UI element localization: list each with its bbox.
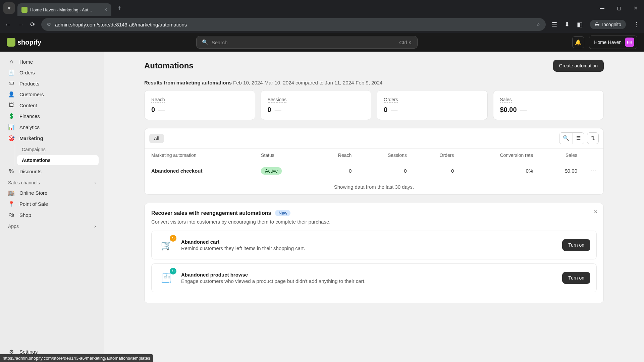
address-bar[interactable]: ⚙ admin.shopify.com/store/de8143-a6/mark… bbox=[41, 18, 546, 31]
table-actions: 🔍 ☰ ⇅ bbox=[559, 132, 599, 144]
sales-channels-header[interactable]: Sales channels › bbox=[3, 177, 101, 187]
incognito-badge[interactable]: 🕶 Incognito bbox=[590, 20, 626, 29]
app-header: shopify 🔍 Search Ctrl K 🔔 Home Haven HH bbox=[0, 33, 644, 52]
browser-toolbar: ← → ⟳ ⚙ admin.shopify.com/store/de8143-a… bbox=[0, 16, 644, 33]
reading-list-icon[interactable]: ☰ bbox=[552, 21, 557, 28]
site-settings-icon[interactable]: ⚙ bbox=[47, 21, 51, 27]
metric-sales[interactable]: Sales $0.00— bbox=[493, 90, 604, 120]
apps-header[interactable]: Apps › bbox=[3, 220, 101, 231]
metric-reach[interactable]: Reach 0— bbox=[144, 90, 255, 120]
promo-item-abandoned-browse: 🧾↻ Abandoned product browse Engage custo… bbox=[151, 263, 597, 292]
page-header: Automations Create automation bbox=[144, 60, 604, 72]
shopify-favicon bbox=[21, 7, 28, 13]
sidebar-item-content[interactable]: 🖼Content bbox=[3, 100, 101, 111]
sidebar-sub-campaigns[interactable]: Campaigns bbox=[17, 144, 99, 155]
tab-bar: ▾ Home Haven · Marketing · Aut... × + — … bbox=[0, 0, 644, 16]
promo-item-abandoned-cart: 🛒↻ Abandoned cart Remind customers they … bbox=[151, 231, 597, 259]
chevron-down-icon: ▾ bbox=[8, 5, 10, 11]
metrics-row: Reach 0— Sessions 0— Orders 0— Sales $0.… bbox=[144, 90, 604, 120]
sidebar-item-finances[interactable]: 💲Finances bbox=[3, 111, 101, 122]
sidebar-item-home[interactable]: ⌂Home bbox=[3, 56, 101, 67]
table-row[interactable]: Abandoned checkout Active 0 0 0 0% $0.00… bbox=[145, 162, 603, 179]
forward-button[interactable]: → bbox=[17, 21, 24, 28]
search-shortcut: Ctrl K bbox=[399, 40, 412, 45]
turn-on-button[interactable]: Turn on bbox=[562, 239, 590, 251]
browser-chrome: ▾ Home Haven · Marketing · Aut... × + — … bbox=[0, 0, 644, 33]
table-toolbar: All 🔍 ☰ ⇅ bbox=[145, 128, 603, 148]
sidebar: ⌂Home 🧾Orders 🏷Products 👤Customers 🖼Cont… bbox=[0, 52, 104, 362]
sidebar-item-products[interactable]: 🏷Products bbox=[3, 78, 101, 89]
search-icon: 🔍 bbox=[202, 39, 208, 45]
close-promo-icon[interactable]: × bbox=[594, 208, 597, 216]
sidebar-item-analytics[interactable]: 📊Analytics bbox=[3, 122, 101, 133]
sidebar-item-online-store[interactable]: 🏬Online Store bbox=[3, 187, 101, 198]
refresh-badge-icon: ↻ bbox=[170, 235, 176, 242]
col-sessions: Sessions bbox=[358, 148, 413, 162]
turn-on-button[interactable]: Turn on bbox=[562, 272, 590, 284]
page-title: Automations bbox=[144, 61, 194, 70]
store-switcher[interactable]: Home Haven HH bbox=[589, 36, 637, 49]
bell-icon: 🔔 bbox=[575, 39, 582, 46]
chevron-right-icon: › bbox=[94, 224, 96, 229]
url-text: admin.shopify.com/store/de8143-a6/market… bbox=[55, 22, 187, 27]
col-status: Status bbox=[254, 148, 312, 162]
content-icon: 🖼 bbox=[8, 102, 15, 108]
toolbar-icons: ☰ ⬇ ◧ 🕶 Incognito ⋮ bbox=[552, 20, 639, 29]
tab-search-button[interactable]: ▾ bbox=[3, 2, 15, 14]
pos-icon: 📍 bbox=[8, 201, 15, 207]
table-search-icon[interactable]: 🔍 bbox=[559, 133, 573, 144]
side-panel-icon[interactable]: ◧ bbox=[577, 21, 583, 28]
refresh-badge-icon: ↻ bbox=[170, 268, 176, 275]
main-content: Automations Create automation Results fr… bbox=[104, 52, 644, 362]
sidebar-item-orders[interactable]: 🧾Orders bbox=[3, 67, 101, 78]
close-window-button[interactable]: ✕ bbox=[627, 0, 644, 16]
header-right: 🔔 Home Haven HH bbox=[572, 36, 637, 49]
row-menu-icon[interactable]: ⋯ bbox=[591, 167, 597, 174]
orders-icon: 🧾 bbox=[8, 69, 15, 76]
shopify-logo-icon bbox=[7, 38, 15, 47]
col-name: Marketing automation bbox=[145, 148, 254, 162]
table-filter-icon[interactable]: ☰ bbox=[573, 133, 584, 144]
menu-icon[interactable]: ⋮ bbox=[633, 21, 639, 28]
close-tab-icon[interactable]: × bbox=[104, 7, 107, 13]
bookmark-icon[interactable]: ☆ bbox=[536, 21, 540, 27]
metric-sessions[interactable]: Sessions 0— bbox=[261, 90, 372, 120]
new-tab-button[interactable]: + bbox=[114, 4, 125, 12]
browser-tab[interactable]: Home Haven · Marketing · Aut... × bbox=[17, 3, 111, 16]
sidebar-item-customers[interactable]: 👤Customers bbox=[3, 89, 101, 100]
downloads-icon[interactable]: ⬇ bbox=[565, 21, 570, 28]
reload-button[interactable]: ⟳ bbox=[30, 21, 35, 28]
products-icon: 🏷 bbox=[8, 80, 15, 86]
results-summary: Results from marketing automations Feb 1… bbox=[144, 80, 604, 85]
global-search[interactable]: 🔍 Search Ctrl K bbox=[196, 36, 418, 49]
col-conversion: Conversion rate bbox=[461, 148, 540, 162]
tab-title: Home Haven · Marketing · Aut... bbox=[30, 7, 92, 12]
notifications-button[interactable]: 🔔 bbox=[572, 36, 584, 48]
shop-icon: 🛍 bbox=[8, 212, 15, 218]
promo-title: Recover sales with reengagement automati… bbox=[151, 210, 271, 216]
home-icon: ⌂ bbox=[8, 59, 15, 65]
minimize-button[interactable]: — bbox=[594, 0, 610, 16]
automations-table-card: All 🔍 ☰ ⇅ Marketing automation Status Re… bbox=[144, 128, 604, 195]
marketing-submenu: Campaigns Automations bbox=[15, 144, 101, 166]
sidebar-item-discounts[interactable]: %Discounts bbox=[3, 166, 101, 177]
sidebar-item-shop[interactable]: 🛍Shop bbox=[3, 209, 101, 220]
avatar: HH bbox=[625, 38, 634, 47]
window-controls: — ▢ ✕ bbox=[594, 0, 644, 16]
shopify-logo[interactable]: shopify bbox=[7, 38, 41, 47]
status-badge: Active bbox=[261, 167, 282, 175]
sidebar-item-marketing[interactable]: 🎯Marketing bbox=[3, 133, 101, 144]
col-orders: Orders bbox=[414, 148, 461, 162]
chevron-right-icon: › bbox=[94, 180, 96, 185]
sidebar-sub-automations[interactable]: Automations bbox=[17, 155, 99, 165]
table-sort-icon[interactable]: ⇅ bbox=[587, 132, 599, 144]
filter-all-tab[interactable]: All bbox=[149, 134, 164, 143]
create-automation-button[interactable]: Create automation bbox=[553, 60, 604, 72]
sidebar-item-pos[interactable]: 📍Point of Sale bbox=[3, 198, 101, 209]
metric-orders[interactable]: Orders 0— bbox=[377, 90, 488, 120]
col-sales: Sales bbox=[540, 148, 584, 162]
maximize-button[interactable]: ▢ bbox=[610, 0, 627, 16]
back-button[interactable]: ← bbox=[5, 21, 11, 28]
marketing-icon: 🎯 bbox=[8, 135, 15, 141]
app-body: ⌂Home 🧾Orders 🏷Products 👤Customers 🖼Cont… bbox=[0, 52, 644, 362]
